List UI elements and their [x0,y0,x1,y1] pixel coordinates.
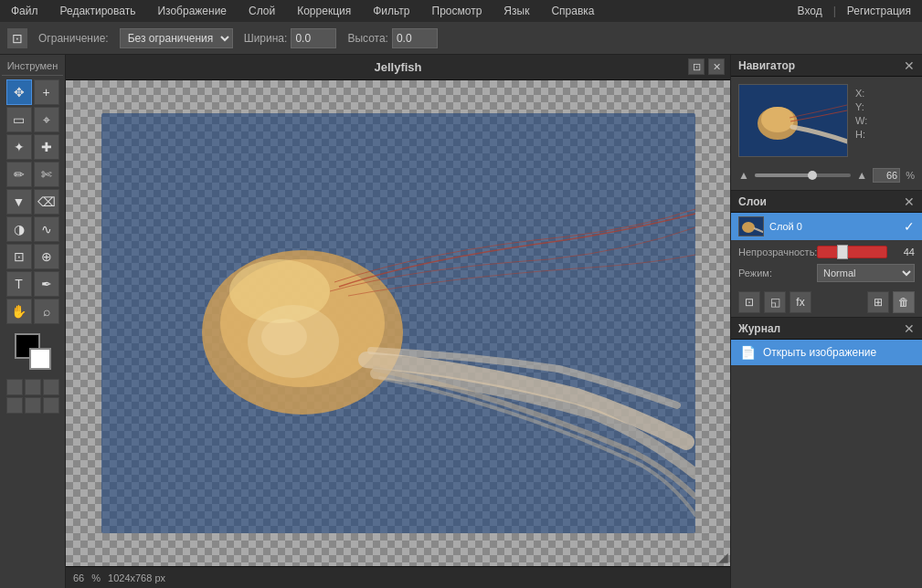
grid-icon-2[interactable] [25,379,41,395]
paint-tool[interactable]: ✏ [6,162,32,187]
menu-auth: Вход | Регистрация [794,3,915,19]
menu-layer[interactable]: Слой [245,3,279,19]
canvas-content[interactable]: ◢ [66,80,730,566]
grid-icon-6[interactable] [43,397,59,414]
canvas-close-btn[interactable]: ✕ [708,58,725,75]
pen-tool[interactable]: ✒ [34,271,59,297]
nav-w-row: W: [855,115,867,126]
smudge-tool[interactable]: ∿ [34,216,59,242]
layers-close-btn[interactable]: ✕ [904,194,915,209]
menu-edit[interactable]: Редактировать [57,3,140,19]
opacity-slider[interactable] [817,246,887,258]
magic-wand-tool[interactable]: ✦ [6,134,32,160]
height-input[interactable] [392,28,438,48]
zoom-tool[interactable]: ⌕ [34,299,59,324]
tool-row-5: ▼ ⌫ [6,189,59,215]
grid-icon-5[interactable] [25,397,41,414]
menu-file[interactable]: Файл [7,3,42,19]
menu-image[interactable]: Изображение [154,3,230,19]
navigator-content: X: Y: W: H: [731,77,922,164]
opacity-label: Непрозрачность: [738,247,811,257]
svg-point-10 [742,222,755,233]
history-header: Журнал ✕ [731,318,922,340]
zoom-percent: % [906,170,915,181]
lasso-tool[interactable]: ⌖ [34,107,59,132]
color-swatch[interactable] [15,333,51,370]
navigator-close-btn[interactable]: ✕ [904,58,915,73]
canvas-statusbar: 66 % 1024x768 px [66,566,730,588]
nav-x-label: X: [855,88,864,99]
history-item-text: Открыть изображение [763,346,876,359]
layer-new-btn[interactable]: ⊡ [738,291,760,313]
canvas-maximize-btn[interactable]: ⊡ [688,58,705,75]
zoom-slider[interactable] [755,173,851,177]
layer-item-0[interactable]: Слой 0 ✓ [731,213,922,240]
menu-view[interactable]: Просмотр [429,3,486,19]
toolbox: Инструмен ✥ + ▭ ⌖ ✦ ✚ ✏ ✄ ▼ ⌫ ◑ ∿ ⊡ ⊕ [0,55,66,588]
width-group: Ширина: [244,28,337,48]
text-tool[interactable]: T [6,271,32,297]
dodge-tool[interactable]: ◑ [6,216,32,242]
navigator-zoom: ▲ ▲ % [731,164,922,190]
zoom-out-icon[interactable]: ▲ [738,169,749,182]
grid-icon-4[interactable] [6,397,23,414]
width-input[interactable] [291,28,336,48]
add-anchor-tool[interactable]: + [34,79,59,105]
zoom-in-icon[interactable]: ▲ [856,169,867,182]
pin-tool[interactable]: ⊕ [34,244,59,269]
tool-row-6: ◑ ∿ [6,216,59,242]
layer-thumbnail [738,216,764,236]
tool-row-4: ✏ ✄ [6,162,59,187]
menu-correction[interactable]: Коррекция [293,3,355,19]
layer-delete-btn[interactable]: 🗑 [893,291,915,313]
zoom-unit: % [91,572,101,583]
layer-merge-btn[interactable]: ⊞ [867,291,889,313]
navigator-thumbnail[interactable] [738,84,848,157]
constraint-label: Ограничение: [38,32,109,45]
clone-tool[interactable]: ✄ [34,162,59,187]
blend-mode-select[interactable]: Normal [817,264,915,282]
opacity-thumb[interactable] [837,245,848,259]
move-tool[interactable]: ✥ [6,79,32,105]
toolbox-title: Инструмен [2,58,63,76]
hand-tool[interactable]: ✋ [6,299,32,324]
constraint-select[interactable]: Без ограничения [120,28,233,48]
eraser-tool[interactable]: ⌫ [34,189,59,215]
layer-mask-btn[interactable]: ◱ [764,291,786,313]
layer-effects-btn[interactable]: fx [790,291,811,313]
background-color[interactable] [29,348,51,370]
menu-filter[interactable]: Фильтр [369,3,413,19]
history-close-btn[interactable]: ✕ [904,321,915,336]
nav-w-label: W: [855,115,867,126]
history-panel: Журнал ✕ 📄 Открыть изображение [731,318,922,588]
login-link[interactable]: Вход [794,3,826,19]
jellyfish-svg [101,113,695,533]
navigator-title: Навигатор [738,59,795,72]
right-panel: Навигатор ✕ X: [730,55,922,588]
menu-help[interactable]: Справка [547,3,598,19]
layers-panel: Слои ✕ Слой 0 ✓ Непрозрачность: [731,191,922,318]
navigator-header: Навигатор ✕ [731,55,922,77]
svg-point-5 [261,319,307,355]
history-item-icon: 📄 [740,345,756,360]
canvas-title: Jellyfish [374,60,421,74]
rect-select-tool[interactable]: ▭ [6,107,32,132]
grid-icon-1[interactable] [6,379,23,395]
history-item-1[interactable]: 📄 Открыть изображение [731,340,922,365]
heal-tool[interactable]: ✚ [34,134,59,160]
zoom-input[interactable] [873,168,900,183]
nav-x-row: X: [855,88,867,99]
crop-tool-icon[interactable]: ⊡ [7,28,27,48]
opacity-value: 44 [893,247,915,257]
mode-label: Режим: [738,268,811,278]
crop-tool[interactable]: ⊡ [6,244,32,269]
nav-h-row: H: [855,129,867,140]
menu-language[interactable]: Язык [500,3,533,19]
fill-tool[interactable]: ▼ [6,189,32,215]
nav-y-row: Y: [855,101,867,112]
zoom-slider-thumb[interactable] [808,171,817,180]
layer-visibility-check[interactable]: ✓ [904,219,915,234]
grid-icon-3[interactable] [43,379,59,395]
register-link[interactable]: Регистрация [843,3,915,19]
resize-handle[interactable]: ◢ [718,550,728,564]
